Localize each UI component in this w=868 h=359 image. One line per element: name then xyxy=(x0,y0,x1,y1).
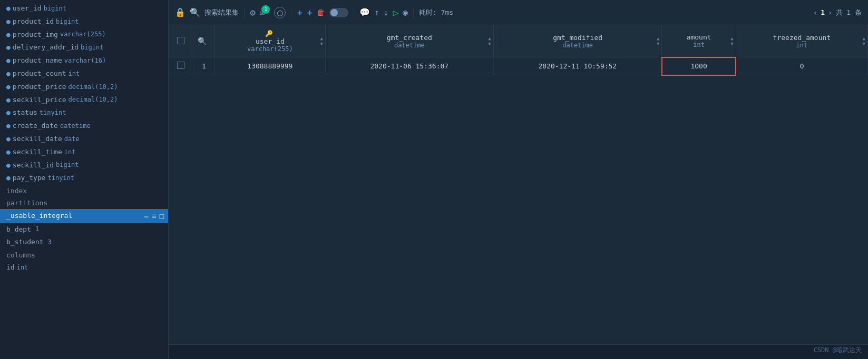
field-name: pay_type xyxy=(13,173,46,184)
sidebar-item-seckill_time[interactable]: ● seckill_time int xyxy=(0,146,168,159)
cell-user_id[interactable]: 13088889999 xyxy=(214,57,325,75)
sidebar-item-b_dept[interactable]: b_dept 1 xyxy=(0,223,168,236)
dot-icon: ● xyxy=(6,68,11,79)
bottom-bar xyxy=(169,344,868,359)
time-info: 耗时: 7ms xyxy=(419,8,453,17)
down-icon[interactable]: ↓ xyxy=(384,7,389,17)
sidebar: ● user_id bigint ● product_id bigint ● p… xyxy=(0,0,169,359)
sidebar-item-product_count[interactable]: ● product_count int xyxy=(0,67,168,81)
sidebar-item-id[interactable]: id int xyxy=(0,261,168,274)
add-col-icon[interactable]: + xyxy=(307,7,313,18)
th-gmt_created[interactable]: gmt_created datetime ▲▼ xyxy=(325,25,493,57)
comment-icon[interactable]: 💬 xyxy=(359,7,370,17)
cell-amount[interactable]: 1000 xyxy=(662,57,736,75)
dot-icon: ● xyxy=(6,55,11,66)
table-name: b_dept xyxy=(6,224,31,235)
sidebar-item-product_price[interactable]: ● product_price decimal(10,2) xyxy=(0,81,168,94)
divider-3 xyxy=(354,7,354,18)
field-type: int xyxy=(69,69,80,79)
col-type-freezed_amount: int xyxy=(745,42,859,49)
table-count: 1 xyxy=(35,224,39,234)
field-type: bigint xyxy=(56,17,79,27)
divider-1 xyxy=(244,7,245,18)
field-name: seckill_id xyxy=(13,160,54,171)
delete-icon[interactable]: 🗑 xyxy=(317,7,325,17)
col-name-gmt_created: gmt_created xyxy=(334,34,485,42)
col-type-gmt_created: datetime xyxy=(334,42,485,49)
sidebar-item-product_name[interactable]: ● product_name varchar(16) xyxy=(0,54,168,67)
sidebar-item-usable_integral[interactable]: _usable_integral ✏ ≡ □ xyxy=(0,209,168,223)
sort-arrows-amount[interactable]: ▲▼ xyxy=(730,36,733,46)
prev-page-button[interactable]: ‹ xyxy=(813,8,817,17)
cell-gmt_created[interactable]: 2020-11-06 15:36:07 xyxy=(325,57,493,75)
cell-gmt_modified[interactable]: 2020-12-11 10:59:52 xyxy=(493,57,662,75)
sidebar-item-status[interactable]: ● status tinyint xyxy=(0,106,168,119)
cell-freezed_amount[interactable]: 0 xyxy=(736,57,867,75)
page-number: 1 xyxy=(821,8,825,16)
next-page-button[interactable]: › xyxy=(828,8,832,17)
copy-icon[interactable]: □ xyxy=(160,210,164,222)
menu-icon[interactable]: ≡ xyxy=(152,210,156,222)
field-type: tinyint xyxy=(47,173,74,183)
eye-icon[interactable]: ◉ xyxy=(403,7,408,17)
settings-icon[interactable]: ⚙ xyxy=(250,7,256,18)
th-gmt_modified[interactable]: gmt_modified datetime ▲▼ xyxy=(493,25,662,57)
pagination: ‹ 1 › 共 1 条 xyxy=(813,8,862,17)
section-index: index xyxy=(0,185,168,197)
sort-arrows-gmt_modified[interactable]: ▲▼ xyxy=(657,36,659,46)
field-name: product_count xyxy=(13,68,66,79)
col-type-amount: int xyxy=(670,41,727,48)
field-name: product_img xyxy=(13,29,58,41)
sidebar-item-seckill_date[interactable]: ● seckill_date date xyxy=(0,133,168,146)
field-type: bigint xyxy=(44,4,66,14)
sidebar-item-delivery_addr_id[interactable]: ● delivery_addr_id bigint xyxy=(0,41,168,54)
section-columns: columns xyxy=(0,249,168,261)
sidebar-item-pay_type[interactable]: ● pay_type tinyint xyxy=(0,172,168,185)
dot-icon: ● xyxy=(6,95,11,106)
watermark: CSDN @暗武达天 xyxy=(814,346,862,355)
sidebar-item-create_date[interactable]: ● create_date datetime xyxy=(0,119,168,133)
cell-checkbox[interactable] xyxy=(169,57,193,75)
up-icon[interactable]: ↑ xyxy=(374,7,379,17)
field-type: decimal(10,2) xyxy=(69,82,118,92)
dot-icon: ● xyxy=(6,173,11,184)
sidebar-item-seckill_id[interactable]: ● seckill_id bigint xyxy=(0,159,168,172)
dot-icon: ● xyxy=(6,16,11,27)
lock-icon[interactable]: 🔒 xyxy=(175,7,186,17)
table-row[interactable]: 1 13088889999 2020-11-06 15:36:07 2020-1… xyxy=(169,57,868,75)
sort-arrows-user_id[interactable]: ▲▼ xyxy=(320,36,323,46)
search-col-icon[interactable]: 🔍 xyxy=(198,37,210,45)
sidebar-item-product_id[interactable]: ● product_id bigint xyxy=(0,15,168,28)
field-name: create_date xyxy=(13,121,58,132)
toggle-switch[interactable] xyxy=(329,8,348,17)
key-icon: 🔑 xyxy=(265,30,273,37)
sort-arrows-freezed_amount[interactable]: ▲▼ xyxy=(863,36,865,46)
section-partitions: partitions xyxy=(0,197,168,209)
field-name: user_id xyxy=(13,3,42,14)
dot-icon: ● xyxy=(6,160,11,171)
th-freezed_amount[interactable]: freezed_amount int ▲▼ xyxy=(736,25,867,57)
sidebar-item-product_img[interactable]: ● product_img varchar(255) xyxy=(0,28,168,42)
edit-icon[interactable]: ✏ xyxy=(144,210,149,222)
th-amount[interactable]: amount int ▲▼ xyxy=(662,25,736,57)
dot-icon: ● xyxy=(6,107,11,118)
th-checkbox[interactable] xyxy=(169,25,193,57)
data-table: 🔍 🔑 user_id varchar(255) ▲▼ gmt_created … xyxy=(169,25,868,76)
run-icon[interactable]: ▷ xyxy=(393,7,398,18)
th-user_id[interactable]: 🔑 user_id varchar(255) ▲▼ xyxy=(214,25,325,57)
table-name: _usable_integral xyxy=(6,211,72,222)
search-icon[interactable]: 🔍 xyxy=(190,7,200,17)
row-checkbox[interactable] xyxy=(177,62,184,69)
sidebar-item-b_student[interactable]: b_student 3 xyxy=(0,236,168,249)
github-icon[interactable]: ○ xyxy=(274,7,286,18)
sort-arrows-gmt_created[interactable]: ▲▼ xyxy=(488,36,491,46)
header-checkbox[interactable] xyxy=(177,37,184,44)
th-rownum: 🔍 xyxy=(193,25,215,57)
add-row-icon[interactable]: + xyxy=(297,7,303,18)
dot-icon: ● xyxy=(6,3,11,14)
table-name: b_student xyxy=(6,237,43,248)
sidebar-item-seckill_price[interactable]: ● seckill_price decimal(10,2) xyxy=(0,94,168,107)
sidebar-item-user_id[interactable]: ● user_id bigint xyxy=(0,2,168,15)
field-type: varchar(255) xyxy=(60,29,106,39)
field-name: status xyxy=(13,107,37,118)
